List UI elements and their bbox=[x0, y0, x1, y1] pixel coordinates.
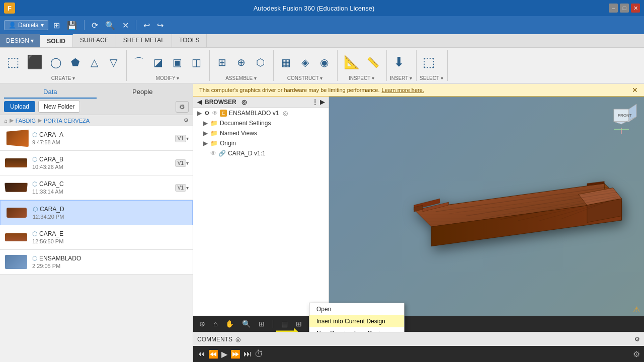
search-button[interactable]: 🔍 bbox=[103, 19, 117, 32]
fillet-button[interactable]: ⌒ bbox=[130, 54, 148, 70]
midplane-button[interactable]: ◈ bbox=[296, 55, 314, 70]
breadcrumb-settings-icon[interactable]: ⚙ bbox=[184, 117, 189, 124]
context-menu-new-drawing[interactable]: New Drawing from Design bbox=[309, 327, 404, 332]
navigation-cube[interactable]: FRONT bbox=[604, 102, 639, 137]
revolve-button[interactable]: ◯ bbox=[47, 55, 65, 70]
expand-arrow-icon[interactable]: ▶ bbox=[203, 120, 208, 127]
shell-btn[interactable]: ▣ bbox=[168, 55, 186, 70]
list-item[interactable]: ⬡ CARA_E 12:56:50 PM bbox=[0, 225, 193, 250]
browser-item-doc-settings[interactable]: ▶ 📁 Document Settings bbox=[193, 118, 329, 128]
design-button[interactable]: DESIGN ▾ bbox=[0, 34, 40, 47]
chamfer-button[interactable]: ◪ bbox=[149, 55, 167, 70]
comments-settings-icon[interactable]: ⚙ bbox=[634, 336, 640, 343]
offset-plane-button[interactable]: ▦ bbox=[277, 55, 295, 70]
grid-view-button[interactable]: ⊞ bbox=[51, 19, 62, 32]
version-dropdown-icon[interactable]: ▾ bbox=[186, 185, 189, 191]
insert-button[interactable]: ⬇ bbox=[390, 53, 408, 71]
browser-collapse-left[interactable]: ◀ bbox=[197, 99, 202, 106]
play-button[interactable]: ▶ bbox=[221, 349, 227, 359]
timeline-button[interactable]: ⏱ bbox=[255, 349, 264, 359]
breadcrumb-fabdig[interactable]: FABDIG bbox=[16, 118, 36, 124]
list-item[interactable]: ⬡ ENSAMBLADO 2:29:05 PM bbox=[0, 250, 193, 275]
tab-tools[interactable]: TOOLS bbox=[172, 34, 207, 47]
file-info: ⬡ CARA_B 10:43:26 AM bbox=[32, 156, 175, 170]
create-sketch-button[interactable]: ⬚ bbox=[4, 53, 23, 71]
play-first-button[interactable]: ⏮ bbox=[197, 349, 205, 358]
tab-surface[interactable]: SURFACE bbox=[73, 34, 116, 47]
redo-button[interactable]: ↪ bbox=[155, 19, 166, 32]
browser-target-icon[interactable]: ◎ bbox=[242, 99, 247, 106]
context-menu-insert[interactable]: Insert into Current Design bbox=[309, 315, 404, 327]
tab-people[interactable]: People bbox=[97, 86, 189, 99]
tab-sheet-metal[interactable]: SHEET METAL bbox=[116, 34, 172, 47]
construct-buttons: ▦ ◈ ◉ bbox=[277, 50, 333, 74]
joint-button[interactable]: ⊕ bbox=[232, 55, 250, 70]
list-item[interactable]: ⬡ CARA_D 12:34:20 PM bbox=[0, 200, 193, 225]
browser-item-cara-d[interactable]: 👁 🔗 CARA_D v1:1 bbox=[193, 148, 329, 158]
playback-settings-icon[interactable]: ⚙ bbox=[633, 349, 640, 359]
list-item[interactable]: ⬡ CARA_C 11:33:14 AM V1 ▾ bbox=[0, 175, 193, 200]
list-item[interactable]: ⬡ CARA_A 9:47:58 AM V1 ▾ bbox=[0, 126, 193, 151]
play-prev-button[interactable]: ⏪ bbox=[208, 349, 218, 359]
extrude-button[interactable]: ⬛ bbox=[24, 53, 46, 71]
home-icon[interactable]: ⌂ bbox=[4, 118, 8, 124]
draft-button[interactable]: ◫ bbox=[187, 55, 205, 70]
minimize-button[interactable]: – bbox=[609, 4, 618, 13]
viewport-home-button[interactable]: ⌂ bbox=[211, 319, 219, 329]
browser-expand-icon[interactable]: ⋮ bbox=[312, 99, 318, 106]
viewport-fit-button[interactable]: ⊞ bbox=[257, 319, 267, 329]
component-icon: ⊞ bbox=[218, 56, 226, 68]
play-next-button[interactable]: ⏩ bbox=[230, 349, 240, 359]
upload-button[interactable]: Upload bbox=[4, 101, 35, 112]
context-menu-open[interactable]: Open bbox=[309, 303, 404, 315]
save-button[interactable]: 💾 bbox=[65, 19, 79, 32]
axis-button[interactable]: ◉ bbox=[315, 55, 333, 70]
undo-button[interactable]: ↩ bbox=[141, 19, 152, 32]
measure-button[interactable]: 📐 bbox=[341, 53, 363, 71]
close-button[interactable]: ✕ bbox=[631, 4, 640, 13]
modify-buttons: ⌒ ◪ ▣ ◫ bbox=[130, 50, 205, 74]
loft-button[interactable]: △ bbox=[85, 55, 103, 70]
section-analysis-button[interactable]: 📏 bbox=[364, 55, 382, 70]
sweep-button[interactable]: ⬟ bbox=[66, 55, 84, 70]
tab-solid[interactable]: SOLID bbox=[40, 34, 73, 47]
version-dropdown-icon[interactable]: ▾ bbox=[186, 160, 189, 166]
eye-icon[interactable]: 👁 bbox=[212, 110, 218, 117]
eye-icon[interactable]: 👁 bbox=[210, 150, 216, 157]
maximize-button[interactable]: □ bbox=[620, 4, 629, 13]
file-type-icon: ⬡ bbox=[33, 206, 38, 213]
comments-target-icon[interactable]: ◎ bbox=[235, 336, 240, 343]
breadcrumb-porta[interactable]: PORTA CERVEZA bbox=[44, 118, 90, 124]
viewport-zoom-button[interactable]: 🔍 bbox=[240, 319, 253, 329]
as-built-button[interactable]: ⬡ bbox=[251, 55, 269, 70]
browser-collapse-right[interactable]: ▶ bbox=[320, 99, 325, 106]
section-icon: 📏 bbox=[367, 56, 379, 68]
tab-data[interactable]: Data bbox=[4, 86, 97, 99]
warning-link[interactable]: Learn more here. bbox=[382, 87, 424, 93]
browser-item-ensamblado[interactable]: ▶ ⚙ 👁 E ENSAMBLADO v1 ◎ bbox=[193, 108, 329, 118]
warning-close-button[interactable]: ✕ bbox=[632, 86, 638, 94]
new-folder-button[interactable]: New Folder bbox=[38, 101, 80, 113]
viewport-display-button[interactable]: ▦ bbox=[279, 319, 290, 329]
panel-header: Data People Upload New Folder ⚙ bbox=[0, 84, 193, 115]
play-last-button[interactable]: ⏭ bbox=[244, 349, 252, 358]
browser-item-named-views[interactable]: ▶ 📁 Named Views bbox=[193, 128, 329, 138]
viewport-orbit-button[interactable]: ⊕ bbox=[197, 319, 207, 329]
expand-arrow-icon[interactable]: ▶ bbox=[197, 110, 202, 117]
panel-settings-button[interactable]: ⚙ bbox=[176, 101, 189, 113]
browser-item-origin[interactable]: ▶ 📁 Origin bbox=[193, 138, 329, 148]
expand-arrow-icon[interactable]: ▶ bbox=[203, 130, 208, 137]
close-panel-button[interactable]: ✕ bbox=[120, 19, 131, 32]
expand-arrow-icon[interactable]: ▶ bbox=[203, 140, 208, 147]
viewport-pan-button[interactable]: ✋ bbox=[223, 319, 236, 329]
list-item[interactable]: ⬡ CARA_B 10:43:26 AM V1 ▾ bbox=[0, 151, 193, 175]
shell-button[interactable]: ▽ bbox=[104, 55, 122, 70]
component-badge: E bbox=[220, 110, 227, 117]
viewport-grid-button[interactable]: ⊞ bbox=[294, 319, 304, 329]
new-component-button[interactable]: ⊞ bbox=[213, 55, 231, 70]
select-button[interactable]: ⬚ bbox=[420, 53, 438, 71]
refresh-button[interactable]: ⟳ bbox=[90, 19, 100, 32]
user-menu-button[interactable]: 👤 Daniela ▾ bbox=[4, 20, 48, 30]
viewport[interactable]: ◀ BROWSER ◎ ⋮ ▶ ▶ ⚙ 👁 E ENSA bbox=[193, 97, 644, 332]
version-dropdown-icon[interactable]: ▾ bbox=[186, 136, 189, 141]
